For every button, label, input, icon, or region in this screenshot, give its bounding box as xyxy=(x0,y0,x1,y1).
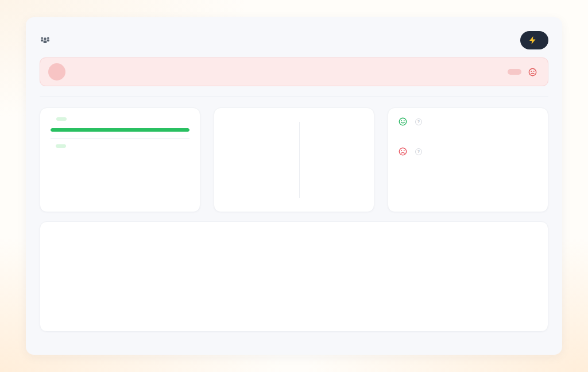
page-header xyxy=(40,30,548,51)
score-delta-badge xyxy=(56,117,67,121)
avatar xyxy=(48,63,65,80)
issues-section-title: ? xyxy=(399,147,537,156)
insights-card: ? ? xyxy=(388,108,548,212)
legend-divider xyxy=(299,122,300,198)
frown-face-icon xyxy=(399,147,407,156)
help-icon[interactable]: ? xyxy=(415,118,422,125)
main-panel: ? ? xyxy=(26,17,562,355)
response-rate-donut xyxy=(225,123,292,191)
card-divider xyxy=(51,138,189,139)
questions-progress-fill xyxy=(51,128,189,132)
help-icon[interactable]: ? xyxy=(415,148,422,155)
chart-yticks xyxy=(60,237,70,307)
response-rate-card xyxy=(214,108,374,212)
survey-score-card xyxy=(40,108,200,212)
enps-delta-badge xyxy=(56,144,66,148)
engagement-chart-card xyxy=(40,221,548,332)
breadcrumb xyxy=(40,36,64,44)
sad-face-icon xyxy=(528,68,537,76)
employees-icon xyxy=(40,36,51,44)
chart-ylabel-area xyxy=(52,237,60,307)
priority-badge xyxy=(508,69,521,75)
questions-progress-bar xyxy=(51,128,189,132)
positive-section-title: ? xyxy=(399,117,537,126)
create-action-button[interactable] xyxy=(520,31,548,49)
happy-face-icon xyxy=(399,117,407,126)
dissatisfied-status xyxy=(528,68,540,76)
tab-bar xyxy=(40,97,548,97)
response-legend xyxy=(308,117,366,202)
employee-alert-banner xyxy=(40,57,548,86)
lightning-icon xyxy=(529,36,536,44)
engagement-line-chart xyxy=(70,237,536,307)
